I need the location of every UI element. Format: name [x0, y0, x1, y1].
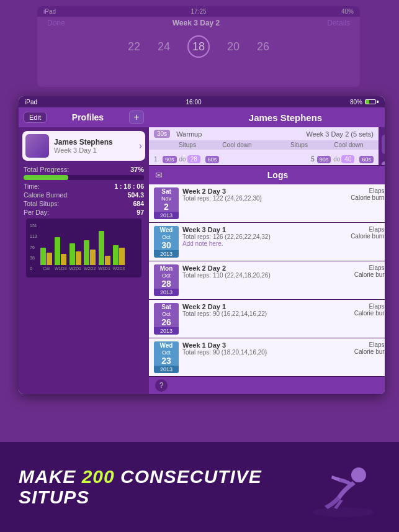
top-nav-title: Week 3 Day 2 — [173, 19, 220, 27]
sec-badge-1: 90s — [163, 156, 177, 163]
bar-yellow-w2d3 — [119, 248, 125, 265]
log-calories-5: Calorie burned: 52.8 — [354, 348, 385, 355]
log-meta-1: Elapsed: 12:36 Calorie burned: 106.3 — [351, 187, 385, 201]
log-day-name-4: Sat — [154, 303, 179, 311]
log-day-name-5: Wed — [154, 341, 179, 349]
log-month-2: Oct — [154, 234, 179, 240]
top-nav-done[interactable]: Done — [47, 19, 65, 27]
situps-label: Total Situps: — [24, 200, 59, 207]
log-row-4[interactable]: Sat Oct 26 2013 Week 2 Day 1 Total reps:… — [149, 300, 385, 338]
log-reps-3: Total reps: 110 (22,24,18,20,26) — [182, 272, 351, 279]
workout-week-label: Week 3 Day 2 (5 sets) — [306, 130, 374, 138]
log-content-2: Week 3 Day 1 Total reps: 126 (22,26,22,2… — [182, 226, 347, 247]
logs-section: ✉ Logs Edit Sat Nov 2 2013 Week 2 Day 3 … — [149, 165, 385, 394]
calorie-label: Calorie Burned: — [24, 191, 69, 199]
log-content-3: Week 2 Day 2 Total reps: 110 (22,24,18,2… — [182, 264, 351, 279]
log-meta-4: Elapsed: 10:30 Calorie burned: 62.0 — [354, 303, 385, 317]
log-reps-2: Total reps: 126 (22,26,22,24,32) — [182, 233, 347, 240]
profiles-add-button[interactable]: + — [129, 110, 144, 124]
banner-situps: SITUPS — [19, 487, 294, 508]
do-text-1: do — [179, 156, 186, 163]
log-day-name-2: Wed — [154, 226, 179, 234]
log-meta-2: Elapsed: 13:00 Calorie burned: 120.1 — [351, 226, 385, 240]
cool-badge-1: 60s — [205, 156, 220, 163]
main-content-area: Edit Profiles + James Stephens Week 3 Da… — [19, 107, 385, 394]
log-workout-4: Week 2 Day 1 — [182, 303, 351, 310]
chart-label-cal: Cal — [43, 266, 50, 271]
log-daynum-4: 26 — [154, 317, 179, 327]
workout-cols-header: Situps Cool down Situps Cool down — [149, 140, 379, 150]
col-cooldown2-header: Cool down — [324, 142, 374, 148]
log-year-1: 2013 — [154, 212, 179, 219]
log-day-badge-5: Wed Oct 23 2013 — [154, 341, 179, 373]
bar-green-w2d2 — [84, 240, 89, 265]
right-panel: James Stephens GO 30s Warmup Week 3 Day … — [149, 107, 385, 394]
time-label: Time: — [24, 183, 40, 190]
log-daynum-2: 30 — [154, 240, 179, 250]
progress-section: Total Progress: 37% Time: 1 : 18 : 06 Ca… — [19, 161, 149, 394]
top-ipad-screen: iPad 17:25 40% Done Week 3 Day 2 Details… — [37, 6, 360, 87]
profiles-title: Profiles — [72, 112, 104, 122]
log-elapsed-1: Elapsed: 12:36 — [351, 187, 385, 194]
profiles-edit-button[interactable]: Edit — [24, 112, 47, 123]
log-note-2: Add note here. — [182, 240, 347, 247]
time-value: 1 : 18 : 06 — [114, 183, 144, 190]
profile-item[interactable]: James Stephens Week 3 Day 1 › — [22, 131, 145, 161]
log-content-1: Week 2 Day 3 Total reps: 122 (24,26,22,3… — [182, 187, 347, 202]
chart-label-w1d3: W1D3 — [55, 266, 66, 271]
log-day-badge-2: Wed Oct 30 2013 — [154, 226, 179, 258]
workout-row-1: 1 90s do 28 60s 5 90s do 40 6 — [149, 150, 379, 165]
week-number-nav: 22 24 18 20 26 — [37, 29, 360, 64]
week-num-24[interactable]: 24 — [158, 40, 170, 53]
profile-week: Week 3 Day 1 — [54, 147, 134, 154]
main-ipad-screen: iPad 16:00 80% Edit Profiles + — [19, 96, 385, 394]
svg-point-1 — [351, 467, 366, 482]
top-status-left: iPad — [43, 8, 56, 15]
perday-label: Per Day: — [24, 209, 49, 216]
banner-make-text: MAKE — [19, 466, 82, 487]
log-calories-3: Calorie burned: 66.3 — [354, 271, 385, 278]
calorie-value: 504.3 — [128, 191, 144, 199]
svg-point-0 — [312, 507, 374, 517]
log-row-1[interactable]: Sat Nov 2 2013 Week 2 Day 3 Total reps: … — [149, 184, 385, 223]
help-button[interactable]: ? — [155, 379, 168, 392]
top-nav-details[interactable]: Details — [327, 19, 350, 27]
log-year-4: 2013 — [154, 327, 179, 335]
chart-label-w2d1: W2D1 — [69, 266, 81, 271]
col-situps-header: Situps — [163, 142, 212, 148]
bar-green-w1d3 — [55, 237, 60, 265]
sec-badge-1r: 90s — [317, 156, 331, 163]
week-num-22[interactable]: 22 — [128, 40, 140, 53]
workout-area: 30s Warmup Week 3 Day 2 (5 sets) Situps … — [149, 127, 385, 165]
bar-green-w2d3 — [113, 245, 119, 265]
log-row-3[interactable]: Mon Oct 28 2013 Week 2 Day 2 Total reps:… — [149, 261, 385, 300]
log-daynum-1: 2 — [154, 202, 179, 212]
log-elapsed-3: Elapsed: 10:30 — [354, 264, 385, 271]
week-num-20[interactable]: 20 — [227, 40, 240, 53]
log-row-5[interactable]: Wed Oct 23 2013 Week 1 Day 3 Total reps:… — [149, 338, 385, 377]
row-num-1: 1 — [154, 156, 163, 163]
profiles-header: Edit Profiles + — [19, 107, 149, 127]
envelope-icon: ✉ — [155, 170, 163, 180]
log-year-3: 2013 — [154, 289, 179, 296]
avatar — [25, 134, 49, 158]
banner-text: MAKE 200 CONSECUTIVE SITUPS — [19, 466, 294, 508]
log-content-4: Week 2 Day 1 Total reps: 90 (16,22,14,16… — [182, 303, 351, 317]
main-status-bar: iPad 16:00 80% — [19, 96, 385, 107]
log-year-2: 2013 — [154, 250, 179, 258]
log-month-3: Oct — [154, 273, 179, 279]
week-num-18-active[interactable]: 18 — [187, 35, 210, 58]
log-month-5: Oct — [154, 349, 179, 356]
workout-rows: 1 90s do 28 60s 5 90s do 40 6 — [149, 150, 379, 165]
log-elapsed-2: Elapsed: 13:00 — [351, 226, 385, 233]
bar-green-cal — [40, 248, 46, 265]
bar-yellow-w2d1 — [76, 251, 81, 265]
log-workout-3: Week 2 Day 2 — [182, 264, 351, 272]
week-num-26[interactable]: 26 — [257, 40, 269, 53]
log-row-2[interactable]: Wed Oct 30 2013 Week 3 Day 1 Total reps:… — [149, 223, 385, 261]
bar-yellow-w3d1 — [105, 256, 110, 265]
side-nav-w3d1[interactable]: Week 3 Day 1 — [382, 135, 385, 154]
profile-info: James Stephens Week 3 Day 1 — [54, 138, 134, 154]
log-day-badge-3: Mon Oct 28 2013 — [154, 264, 179, 296]
progress-bar — [24, 175, 144, 180]
